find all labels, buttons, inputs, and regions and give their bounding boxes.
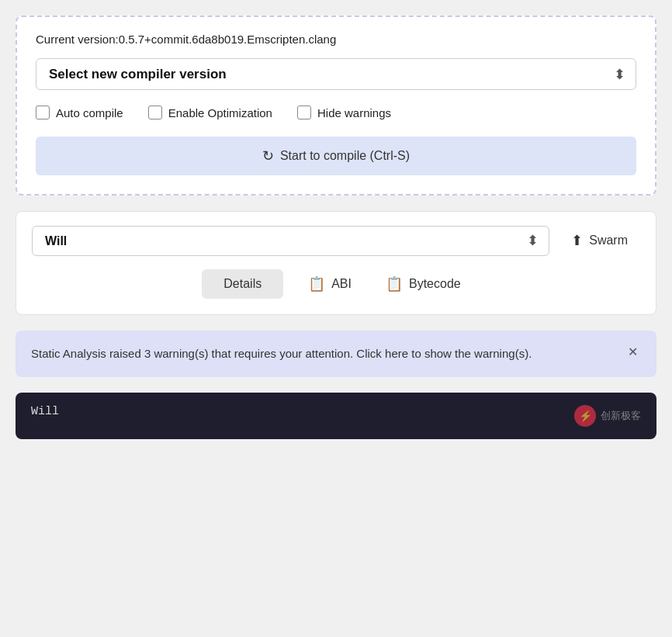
swarm-button-label: Swarm [589,234,628,248]
auto-compile-text: Auto compile [56,106,123,119]
current-version-text: Current version:0.5.7+commit.6da8b019.Em… [36,33,636,46]
bytecode-button[interactable]: 📋 Bytecode [376,269,470,299]
warning-banner[interactable]: Static Analysis raised 3 warning(s) that… [16,331,656,377]
compile-icon: ↻ [262,147,274,164]
hide-warnings-label[interactable]: Hide warnings [297,106,391,119]
enable-optimization-text: Enable Optimization [168,106,272,119]
compiler-version-select[interactable]: Select new compiler version [36,58,636,90]
contract-panel: Will ⬍ ⬆ Swarm Details 📋 ABI 📋 Bytecode [16,211,656,315]
abi-doc-icon: 📋 [308,275,325,293]
hide-warnings-text: Hide warnings [317,106,391,119]
auto-compile-label[interactable]: Auto compile [36,106,123,119]
details-button[interactable]: Details [202,269,283,299]
code-content: Will [31,405,59,418]
watermark-text: 创新极客 [601,409,641,423]
contract-select-wrapper: Will ⬍ [32,226,549,256]
enable-optimization-checkbox[interactable] [148,106,162,119]
bytecode-doc-icon: 📋 [386,275,403,293]
watermark-icon: ⚡ [574,405,596,427]
checkboxes-row: Auto compile Enable Optimization Hide wa… [36,102,636,123]
swarm-button[interactable]: ⬆ Swarm [559,224,640,257]
watermark: ⚡ 创新极客 [574,405,641,427]
close-warning-button[interactable]: ✕ [625,344,641,359]
action-buttons-row: Details 📋 ABI 📋 Bytecode [32,269,640,299]
version-select-wrapper: Select new compiler version ⬍ [36,58,636,90]
compile-button[interactable]: ↻ Start to compile (Ctrl-S) [36,137,636,175]
code-panel-inner: Will ⚡ 创新极客 [31,405,641,427]
contract-row: Will ⬍ ⬆ Swarm [32,224,640,257]
contract-select[interactable]: Will [32,226,549,256]
enable-optimization-label[interactable]: Enable Optimization [148,106,272,119]
compile-button-label: Start to compile (Ctrl-S) [280,149,410,163]
warning-message: Static Analysis raised 3 warning(s) that… [31,344,532,363]
swarm-upload-icon: ⬆ [571,232,583,249]
bytecode-button-label: Bytecode [409,277,461,291]
hide-warnings-checkbox[interactable] [297,106,311,119]
abi-button-label: ABI [331,277,352,291]
compiler-panel: Current version:0.5.7+commit.6da8b019.Em… [16,16,656,196]
auto-compile-checkbox[interactable] [36,106,50,119]
abi-button[interactable]: 📋 ABI [299,269,361,299]
code-panel: Will ⚡ 创新极客 [16,393,656,439]
